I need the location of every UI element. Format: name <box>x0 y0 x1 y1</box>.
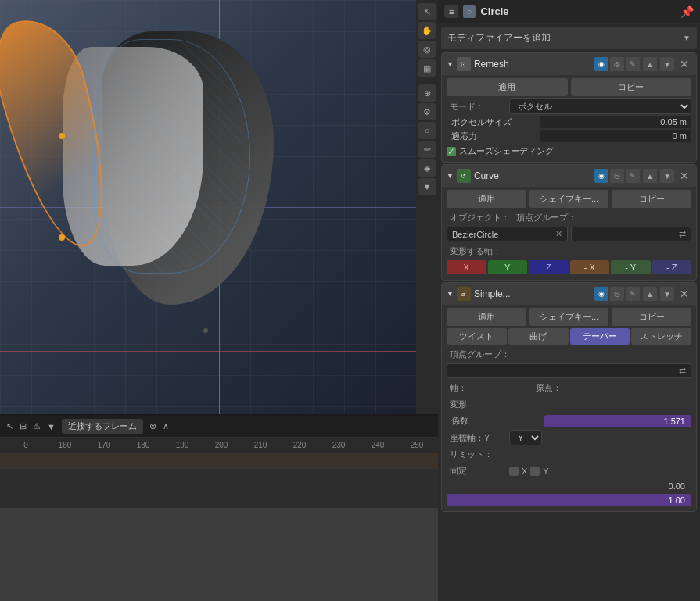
curve-render-btn[interactable]: ◎ <box>610 169 624 183</box>
simple-deform-limit-max[interactable]: 1.00 <box>447 494 691 506</box>
curve-axis-nz-btn[interactable]: - Z <box>652 260 692 274</box>
simple-deform-bend-btn[interactable]: 曲げ <box>508 328 569 345</box>
simple-deform-apply-row: 適用 シェイプキー... コピー <box>447 308 691 326</box>
properties-panel[interactable]: モディファイアーを追加 ▼ ▼ ⊡ Remesh ◉ ◎ ✎ ▲ ▼ ✕ <box>438 23 700 601</box>
curve-collapse-btn[interactable]: ▼ <box>447 172 454 180</box>
simple-deform-fixed-y-cb[interactable] <box>530 467 540 476</box>
curve-modifier-block: ▼ ↺ Curve ◉ ◎ ✎ ▲ ▼ ✕ 適用 シェイプキー... <box>441 164 697 281</box>
curve-apply-btn[interactable]: 適用 <box>447 190 526 208</box>
simple-deform-limit-min[interactable]: 0.00 <box>447 480 691 492</box>
timeline-cursor-icon: ↖ <box>6 421 13 431</box>
curve-modifier-icon: ↺ <box>457 169 471 183</box>
curve-swap-icon[interactable]: ⇄ <box>679 229 686 239</box>
curve-object-remove-btn[interactable]: ✕ <box>555 229 562 239</box>
remesh-copy-btn[interactable]: コピー <box>571 78 692 96</box>
curve-up-btn[interactable]: ▲ <box>643 169 657 183</box>
simple-deform-stretch-btn[interactable]: ストレッチ <box>631 328 691 345</box>
toolbar-funnel-icon[interactable]: ▼ <box>418 178 436 195</box>
remesh-adapt-value[interactable] <box>540 130 691 142</box>
viewport-area: ↖ ✋ ◎ ▦ ⊕ ⚙ ○ ✏ ◈ ▼ ↖ ⊞ ⚠ ▼ 近接するフレーム ⊗ ∧ <box>0 0 438 601</box>
remesh-realtime-btn[interactable]: ◉ <box>594 57 608 71</box>
viewport-canvas[interactable]: ↖ ✋ ◎ ▦ ⊕ ⚙ ○ ✏ ◈ ▼ <box>0 0 438 414</box>
panel-menu-btn[interactable]: ≡ <box>444 5 458 18</box>
simple-deform-vg-swap[interactable]: ⇄ <box>679 366 686 376</box>
simple-deform-modifier-name: Simple... <box>474 288 591 299</box>
simple-deform-fixed-x-cb[interactable] <box>509 467 519 476</box>
remesh-mode-select[interactable]: ボクセル <box>509 98 691 114</box>
timeline-content[interactable] <box>0 453 438 508</box>
curve-axis-row: X Y Z - X - Y - Z <box>447 260 691 274</box>
remesh-collapse-btn[interactable]: ▼ <box>447 60 454 68</box>
remesh-apply-btn[interactable]: 適用 <box>447 78 568 96</box>
curve-shapekey-btn[interactable]: シェイプキー... <box>529 190 609 208</box>
toolbar-hand-icon[interactable]: ✋ <box>418 22 436 39</box>
curve-edit-btn[interactable]: ✎ <box>626 169 640 183</box>
object-dot-3 <box>203 328 208 333</box>
simple-deform-limit-label: リミット： <box>447 447 509 462</box>
toolbar-sphere-icon[interactable]: ○ <box>418 122 436 139</box>
simple-deform-apply-btn[interactable]: 適用 <box>447 308 526 326</box>
simple-deform-origin-label: 原点： <box>533 381 595 395</box>
toolbar-magnet-icon[interactable]: ⚙ <box>418 103 436 120</box>
simple-deform-vg-input[interactable]: ⇄ <box>447 363 691 378</box>
curve-axis-x-btn[interactable]: X <box>447 260 486 274</box>
curve-realtime-btn[interactable]: ◉ <box>594 169 608 183</box>
simple-deform-coord-select[interactable]: Y <box>509 430 542 445</box>
toolbar-filter-icon[interactable]: ◈ <box>418 159 436 177</box>
toolbar-grid-icon[interactable]: ▦ <box>418 59 436 77</box>
curve-axis-z-btn[interactable]: Z <box>529 260 569 274</box>
toolbar-cursor-icon[interactable]: ↖ <box>418 3 436 20</box>
curve-modifier-name: Curve <box>474 170 591 181</box>
timeline-area: ↖ ⊞ ⚠ ▼ 近接するフレーム ⊗ ∧ 0 160 170 180 190 2… <box>0 414 438 508</box>
curve-object-input[interactable]: BezierCircle ✕ <box>447 227 568 241</box>
simple-deform-render-btn[interactable]: ◎ <box>610 287 624 301</box>
simple-deform-coord-label: 座標軸：Y <box>447 431 509 445</box>
curve-vertex-group-input[interactable]: ⇄ <box>571 227 692 241</box>
simple-deform-fixed-y-label: Y <box>543 467 548 476</box>
curve-bezier-circle-label: BezierCircle <box>452 230 498 239</box>
remesh-adapt-row <box>447 130 691 142</box>
timeline-filter-icon: ⊞ <box>20 421 27 431</box>
panel-pin-btn[interactable]: 📌 <box>680 5 694 18</box>
curve-axis-y-btn[interactable]: Y <box>488 260 528 274</box>
curve-close-btn[interactable]: ✕ <box>677 169 691 183</box>
curve-axis-ny-btn[interactable]: - Y <box>611 260 651 274</box>
timeline-frame-btn[interactable]: 近接するフレーム <box>62 419 143 434</box>
toolbar-node-icon[interactable]: ⊕ <box>418 84 436 102</box>
remesh-render-btn[interactable]: ◎ <box>610 57 624 71</box>
simple-deform-twist-btn[interactable]: ツイスト <box>447 328 507 345</box>
timeline-ruler: 0 160 170 180 190 200 210 220 230 240 25… <box>0 438 438 453</box>
remesh-close-btn[interactable]: ✕ <box>677 57 691 71</box>
simple-deform-realtime-btn[interactable]: ◉ <box>594 287 608 301</box>
simple-deform-down-btn[interactable]: ▼ <box>660 287 674 301</box>
curve-copy-btn[interactable]: コピー <box>612 190 691 208</box>
simple-deform-collapse-btn[interactable]: ▼ <box>447 290 454 298</box>
remesh-edit-btn[interactable]: ✎ <box>626 57 640 71</box>
simple-deform-fixed-label: 固定: <box>447 463 509 478</box>
simple-deform-modifier-block: ▼ ⌀ Simple... ◉ ◎ ✎ ▲ ▼ ✕ 適用 シェイプキー... <box>441 282 697 512</box>
remesh-smooth-checkbox[interactable]: ✓ <box>447 147 456 156</box>
remesh-vis-btns: ◉ ◎ ✎ <box>594 57 640 71</box>
toolbar-camera-icon[interactable]: ◎ <box>418 41 436 58</box>
toolbar-brush-icon[interactable]: ✏ <box>418 141 436 158</box>
simple-deform-copy-btn[interactable]: コピー <box>612 308 691 326</box>
simple-deform-fixed-row: 固定: X Y <box>447 463 691 478</box>
curve-axis-label-row: 変形する軸： <box>447 244 691 259</box>
simple-deform-up-btn[interactable]: ▲ <box>643 287 657 301</box>
timeline-funnel-icon: ▼ <box>47 422 56 431</box>
ruler-0: 0 <box>6 441 45 449</box>
remesh-voxel-value[interactable] <box>540 116 691 128</box>
simple-deform-close-btn[interactable]: ✕ <box>677 287 691 301</box>
curve-down-btn[interactable]: ▼ <box>660 169 674 183</box>
viewport-red-line <box>0 351 438 352</box>
add-modifier-row[interactable]: モディファイアーを追加 ▼ <box>441 27 697 49</box>
simple-deform-factor-value[interactable]: 1.571 <box>544 415 691 427</box>
simple-deform-edit-btn[interactable]: ✎ <box>626 287 640 301</box>
curve-vertex-group-label: 頂点グループ： <box>513 210 691 225</box>
simple-deform-taper-btn[interactable]: テーパー <box>570 328 630 345</box>
remesh-up-btn[interactable]: ▲ <box>643 57 657 71</box>
simple-deform-shapekey-btn[interactable]: シェイプキー... <box>529 308 609 326</box>
remesh-modifier-icon: ⊡ <box>457 57 471 71</box>
curve-axis-nx-btn[interactable]: - X <box>570 260 610 274</box>
remesh-down-btn[interactable]: ▼ <box>660 57 674 71</box>
